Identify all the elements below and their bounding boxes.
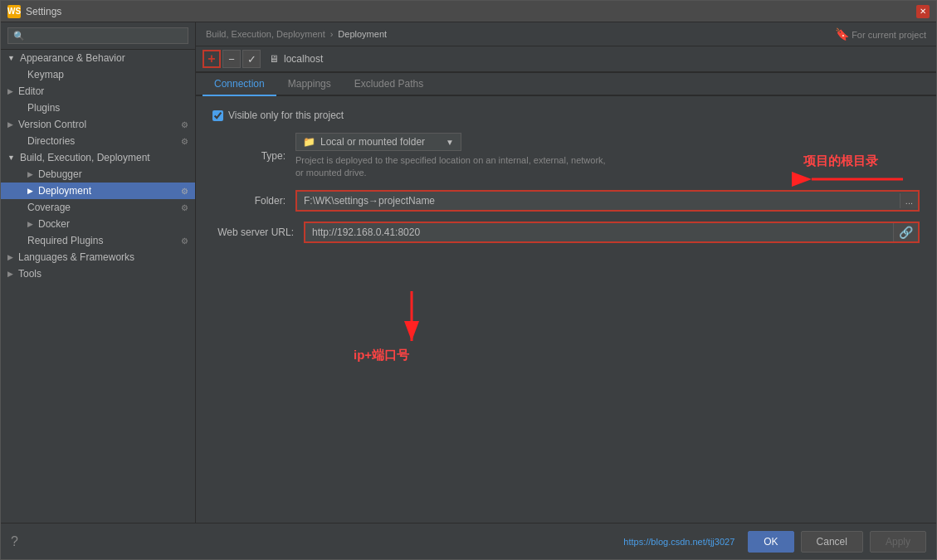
sidebar: ▼ Appearance & Behavior Keymap ▶ Editor … (1, 22, 196, 523)
server-list-item[interactable]: 🖥 localhost (262, 51, 329, 67)
expand-arrow-tools: ▶ (7, 270, 13, 278)
title-bar: WS Settings ✕ (1, 1, 936, 22)
sidebar-label-keymap: Keymap (27, 69, 64, 80)
sidebar-item-deployment[interactable]: ▶ Deployment ⚙ (1, 183, 195, 199)
right-panel: Build, Execution, Deployment › Deploymen… (196, 22, 936, 523)
sidebar-label-appearance: Appearance & Behavior (20, 52, 125, 64)
sidebar-label-req-plugins: Required Plugins (27, 235, 103, 246)
server-name: localhost (284, 53, 323, 65)
sidebar-item-docker[interactable]: ▶ Docker (1, 216, 195, 232)
annotation-ip-port-text: ip+端口号 (354, 348, 461, 363)
annotation-new-localhost: 新建localhost (196, 105, 200, 164)
breadcrumb: Build, Execution, Deployment › Deploymen… (196, 22, 936, 46)
web-server-input[interactable] (305, 223, 893, 241)
remove-server-button[interactable]: − (222, 50, 241, 68)
deployment-toolbar: + − ✓ 🖥 localhost (196, 46, 936, 72)
folder-row: Folder: ... (212, 190, 920, 212)
type-control: 📁 Local or mounted folder ▼ Project is d… (295, 133, 920, 180)
web-server-input-wrapper: 🔗 (304, 222, 920, 243)
expand-arrow-debugger: ▶ (27, 170, 33, 178)
sidebar-label-languages: Languages & Frameworks (18, 251, 134, 263)
sidebar-item-req-plugins[interactable]: Required Plugins ⚙ (1, 232, 195, 249)
sidebar-item-coverage[interactable]: Coverage ⚙ (1, 199, 195, 216)
annotation-new-localhost-text: 新建localhost (196, 149, 200, 164)
sidebar-label-plugins: Plugins (27, 102, 60, 114)
type-select-dropdown[interactable]: 📁 Local or mounted folder ▼ (295, 133, 461, 151)
web-server-control: 🔗 (304, 222, 920, 243)
sidebar-item-build[interactable]: ▼ Build, Execution, Deployment (1, 149, 195, 166)
apply-button[interactable]: Apply (870, 531, 926, 553)
tab-connection[interactable]: Connection (203, 73, 276, 96)
sidebar-item-languages[interactable]: ▶ Languages & Frameworks (1, 249, 195, 265)
content-area: Visible only for this project Type: 📁 Lo… (196, 96, 936, 523)
search-input[interactable] (7, 27, 188, 44)
web-server-label: Web server URL: (212, 226, 304, 238)
sidebar-label-editor: Editor (18, 85, 44, 97)
expand-arrow-deployment: ▶ (27, 187, 33, 195)
help-button[interactable]: ? (11, 534, 18, 549)
folder-icon: 📁 (303, 136, 315, 148)
sidebar-item-appearance[interactable]: ▼ Appearance & Behavior (1, 50, 195, 66)
close-button[interactable]: ✕ (916, 5, 930, 18)
server-icon: 🖥 (269, 53, 279, 65)
sidebar-item-debugger[interactable]: ▶ Debugger (1, 166, 195, 183)
type-hint: Project is deployed to the specified loc… (295, 154, 611, 180)
breadcrumb-part1: Build, Execution, Deployment (206, 29, 325, 39)
sidebar-item-plugins[interactable]: Plugins (1, 100, 195, 116)
type-row: Type: 📁 Local or mounted folder ▼ Projec… (212, 133, 920, 180)
sidebar-item-tools[interactable]: ▶ Tools (1, 265, 195, 282)
type-select-wrapper: 📁 Local or mounted folder ▼ (295, 133, 920, 151)
folder-control: ... (295, 190, 920, 212)
sidebar-item-vcs[interactable]: ▶ Version Control ⚙ (1, 116, 195, 133)
deployment-section: + − ✓ 🖥 localhost (196, 46, 936, 73)
sidebar-label-directories: Directories (27, 135, 75, 147)
req-plugins-icon: ⚙ (181, 236, 188, 246)
dirs-icon: ⚙ (181, 137, 188, 146)
csdn-link: https://blog.csdn.net/tjj3027 (623, 537, 734, 547)
tab-mappings[interactable]: Mappings (276, 73, 343, 96)
vcs-icon: ⚙ (181, 120, 188, 129)
cancel-button[interactable]: Cancel (801, 531, 863, 553)
type-label: Type: (212, 150, 295, 162)
folder-browse-button[interactable]: ... (900, 193, 918, 208)
sidebar-label-build: Build, Execution, Deployment (20, 152, 150, 163)
expand-arrow-appearance: ▼ (7, 54, 15, 62)
folder-input-wrapper: ... (295, 190, 920, 212)
bottom-bar: ? https://blog.csdn.net/tjj3027 OK Cance… (1, 523, 936, 559)
visible-checkbox-row: Visible only for this project (212, 110, 920, 121)
annotation-ip-port: ip+端口号 (362, 287, 461, 363)
expand-arrow-vcs: ▶ (7, 120, 13, 129)
arrow-svg-ip-port (362, 287, 461, 353)
dropdown-arrow-icon: ▼ (446, 138, 454, 147)
sidebar-label-deployment: Deployment (38, 185, 91, 197)
sidebar-item-keymap[interactable]: Keymap (1, 66, 195, 83)
folder-input[interactable] (297, 192, 900, 210)
window-title: Settings (26, 6, 61, 17)
arrow-svg-new-localhost (196, 105, 200, 171)
tab-excluded-paths[interactable]: Excluded Paths (343, 73, 435, 96)
settings-window: WS Settings ✕ ▼ Appearance & Behavior Ke… (0, 0, 937, 560)
coverage-icon: ⚙ (181, 203, 188, 212)
main-content: ▼ Appearance & Behavior Keymap ▶ Editor … (1, 22, 936, 523)
expand-arrow-docker: ▶ (27, 220, 33, 228)
deployment-icon: ⚙ (181, 187, 188, 196)
ok-button[interactable]: OK (748, 531, 793, 553)
tab-bar: Connection Mappings Excluded Paths (196, 73, 936, 96)
add-server-button[interactable]: + (203, 50, 221, 68)
visible-checkbox[interactable] (212, 110, 223, 121)
sidebar-search-area (1, 22, 195, 50)
sidebar-label-debugger: Debugger (38, 168, 82, 180)
sidebar-item-editor[interactable]: ▶ Editor (1, 83, 195, 100)
sidebar-item-directories[interactable]: Directories ⚙ (1, 133, 195, 149)
web-server-browse-button[interactable]: 🔗 (893, 223, 918, 241)
sidebar-label-vcs: Version Control (18, 119, 86, 130)
expand-arrow-languages: ▶ (7, 253, 13, 261)
ws-icon: WS (7, 5, 21, 18)
expand-arrow-build: ▼ (7, 153, 15, 162)
visible-checkbox-label: Visible only for this project (228, 110, 344, 121)
check-server-button[interactable]: ✓ (242, 50, 261, 68)
breadcrumb-part2: Deployment (338, 29, 387, 39)
expand-arrow-editor: ▶ (7, 87, 13, 95)
bottom-buttons: https://blog.csdn.net/tjj3027 OK Cancel … (623, 531, 926, 553)
breadcrumb-sep: › (330, 29, 334, 39)
